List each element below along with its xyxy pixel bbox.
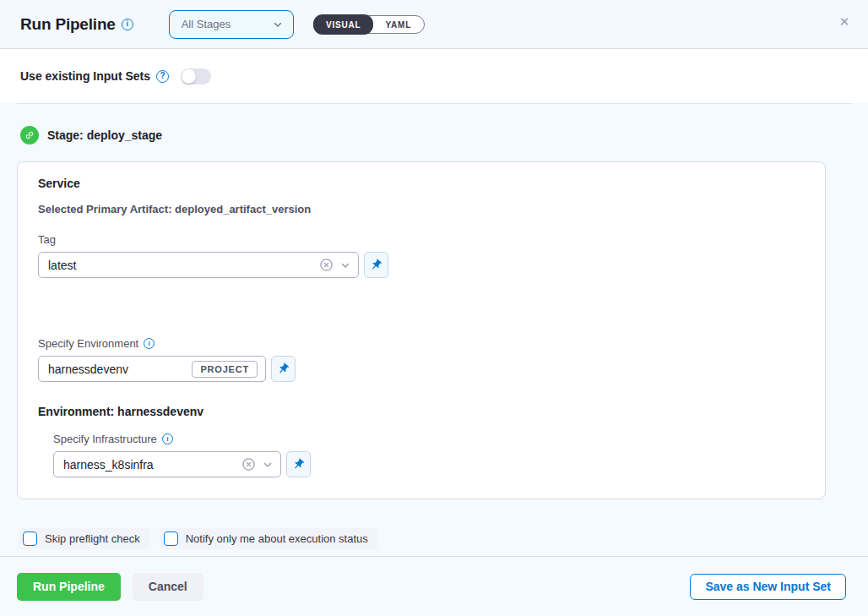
skip-preflight-option[interactable]: Skip preflight check <box>19 528 149 549</box>
notify-me-option[interactable]: Notify only me about execution status <box>160 528 377 549</box>
scope-badge: PROJECT <box>192 361 258 378</box>
service-section-title: Service <box>38 177 805 190</box>
cd-stage-icon <box>20 126 39 144</box>
run-pipeline-dialog: Run Pipeline i All Stages VISUAL YAML ✕ … <box>0 0 868 616</box>
input-sets-label: Use existing Input Sets <box>20 69 150 83</box>
run-pipeline-button[interactable]: Run Pipeline <box>17 573 121 601</box>
chevron-down-icon[interactable] <box>340 260 350 270</box>
dialog-footer: Run Pipeline Cancel Save as New Input Se… <box>0 556 868 616</box>
infrastructure-input-row <box>53 451 805 477</box>
tab-visual[interactable]: VISUAL <box>313 14 373 35</box>
execution-options: Skip preflight check Notify only me abou… <box>19 528 868 549</box>
environment-input-row: PROJECT <box>38 356 805 382</box>
main-content: Stage: deploy_stage Service Selected Pri… <box>0 104 868 556</box>
pin-icon[interactable] <box>286 451 311 477</box>
info-icon[interactable]: i <box>162 433 173 444</box>
visual-yaml-toggle: VISUAL YAML <box>313 15 425 34</box>
environment-label: Specify Environment i <box>38 337 805 350</box>
environment-heading: Environment: harnessdevenv <box>38 405 805 418</box>
infrastructure-label: Specify Infrastructure i <box>53 433 805 445</box>
tab-yaml[interactable]: YAML <box>372 15 424 34</box>
skip-preflight-checkbox[interactable] <box>23 532 37 546</box>
notify-me-label: Notify only me about execution status <box>186 532 368 545</box>
tag-label: Tag <box>38 233 805 246</box>
environment-input[interactable] <box>48 363 185 376</box>
info-icon[interactable]: i <box>122 19 133 30</box>
input-sets-section: Use existing Input Sets ? <box>0 49 868 103</box>
notify-me-checkbox[interactable] <box>164 532 178 546</box>
stage-scope-select-value: All Stages <box>182 18 231 30</box>
chevron-down-icon[interactable] <box>263 460 273 470</box>
infrastructure-input-shell <box>53 451 281 477</box>
stage-header: Stage: deploy_stage <box>0 104 868 161</box>
tag-input-shell <box>38 252 359 278</box>
infrastructure-input[interactable] <box>63 458 235 472</box>
tag-input[interactable] <box>48 259 312 272</box>
dialog-header: Run Pipeline i All Stages VISUAL YAML ✕ <box>0 0 868 49</box>
stage-title: Stage: deploy_stage <box>47 128 162 142</box>
infrastructure-block: Specify Infrastructure i <box>53 433 805 477</box>
help-icon[interactable]: ? <box>156 70 169 83</box>
close-icon[interactable]: ✕ <box>836 14 853 30</box>
toggle-knob <box>182 69 196 84</box>
cancel-button[interactable]: Cancel <box>133 573 203 601</box>
save-as-new-input-set-button[interactable]: Save as New Input Set <box>690 574 846 600</box>
input-sets-toggle[interactable] <box>181 68 211 84</box>
selected-artifact-note: Selected Primary Artifact: deployed_arti… <box>38 203 805 215</box>
environment-input-shell: PROJECT <box>38 356 266 382</box>
info-icon[interactable]: i <box>144 338 155 349</box>
pin-icon[interactable] <box>364 252 388 278</box>
clear-icon[interactable] <box>319 258 334 272</box>
tag-input-row <box>38 252 805 278</box>
service-card: Service Selected Primary Artifact: deplo… <box>17 161 826 499</box>
chevron-down-icon <box>273 19 283 30</box>
skip-preflight-label: Skip preflight check <box>45 532 140 545</box>
clear-icon[interactable] <box>241 457 256 472</box>
pin-icon[interactable] <box>271 356 296 382</box>
stage-scope-select[interactable]: All Stages <box>169 10 294 39</box>
page-title: Run Pipeline <box>20 15 116 34</box>
